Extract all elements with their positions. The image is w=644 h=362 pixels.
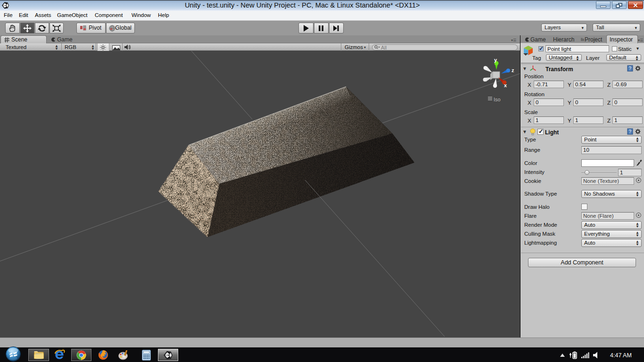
svg-text:?: ? <box>628 66 631 71</box>
svg-text:z: z <box>512 67 514 73</box>
svg-text:y: y <box>494 57 497 63</box>
svg-text:Iso: Iso <box>494 97 501 102</box>
svg-text:?: ? <box>628 129 631 134</box>
svg-text:x: x <box>504 82 507 88</box>
